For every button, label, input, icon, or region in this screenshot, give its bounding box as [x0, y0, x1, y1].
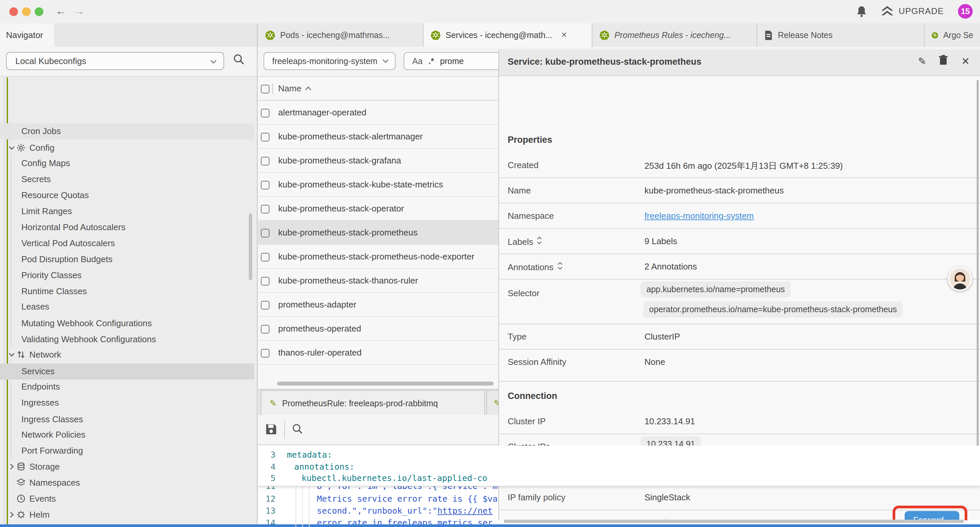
- minimize-window-button[interactable]: [22, 7, 31, 16]
- chevron-right-icon[interactable]: [9, 512, 15, 517]
- tab-prometheus-rules-label: Prometheus Rules - icecheng...: [614, 30, 731, 40]
- kubernetes-icon: [265, 30, 275, 40]
- titlebar: ← → UPGRADE 15: [0, 0, 980, 24]
- sidebar-item-runtime-classes[interactable]: Runtime Classes: [0, 283, 254, 299]
- column-header-name[interactable]: Name: [278, 83, 301, 93]
- sidebar-item-network-policies[interactable]: Network Policies: [0, 427, 254, 443]
- chevron-down-icon: [210, 59, 217, 64]
- row-name: kube-prometheus-stack-operator: [278, 204, 404, 213]
- sidebar-item-priority-classes[interactable]: Priority Classes: [0, 267, 254, 283]
- row-checkbox[interactable]: [261, 253, 269, 261]
- sort-ascending-icon[interactable]: [305, 86, 312, 91]
- user-avatar[interactable]: [948, 267, 972, 291]
- sidebar-item-limit-ranges[interactable]: Limit Ranges: [0, 204, 254, 220]
- details-horizontal-scrollbar[interactable]: [504, 520, 964, 523]
- sidebar-item-cron-jobs[interactable]: Cron Jobs: [0, 123, 254, 139]
- sidebar-item-services[interactable]: Services: [0, 363, 254, 380]
- regex-icon[interactable]: .*: [429, 56, 434, 66]
- save-icon[interactable]: [265, 423, 277, 436]
- list-horizontal-scrollbar[interactable]: [277, 382, 494, 385]
- maximize-window-button[interactable]: [35, 7, 43, 16]
- row-checkbox[interactable]: [261, 109, 269, 118]
- tab-pods[interactable]: Pods - icecheng@mathmas...: [258, 23, 424, 47]
- sidebar-item-config-maps[interactable]: Config Maps: [0, 155, 254, 172]
- annotation-highlight-rectangle: [892, 506, 967, 520]
- tab-release-notes[interactable]: Release Notes: [757, 23, 924, 47]
- details-title: Service: kube-prometheus-stack-prometheu…: [508, 57, 702, 67]
- sidebar-item-ingresses[interactable]: Ingresses: [0, 395, 254, 411]
- filter-input[interactable]: Aa .* prome: [404, 52, 501, 70]
- line-text: second.","runbook_url":": [317, 506, 437, 516]
- sidebar-item-validating-webhook-configurations[interactable]: Validating Webhook Configurations: [0, 331, 254, 347]
- upgrade-icon[interactable]: [881, 5, 894, 18]
- sidebar-item-port-forwarding[interactable]: Port Forwarding: [0, 443, 254, 459]
- back-arrow-icon[interactable]: ←: [56, 4, 67, 19]
- line-number: 12: [258, 493, 275, 505]
- sidebar-item-pod-disruption-budgets[interactable]: Pod Disruption Budgets: [0, 252, 254, 267]
- gear-icon: [17, 143, 25, 152]
- row-checkbox[interactable]: [261, 205, 269, 213]
- row-checkbox[interactable]: [261, 277, 269, 285]
- sidebar-item-events[interactable]: Events: [0, 491, 254, 507]
- line-text: Metrics service error rate is {{ $va: [317, 493, 498, 505]
- sidebar-item-leases[interactable]: Leases: [0, 299, 254, 315]
- select-all-checkbox[interactable]: [261, 85, 269, 93]
- row-checkbox[interactable]: [261, 133, 269, 142]
- row-checkbox[interactable]: [261, 349, 269, 358]
- line-number: 13: [258, 505, 275, 517]
- sidebar-item-helm[interactable]: Helm: [0, 507, 254, 523]
- kubeconfig-selector[interactable]: Local Kubeconfigs: [6, 52, 224, 70]
- close-window-button[interactable]: [10, 7, 18, 16]
- notifications-bell-icon[interactable]: [856, 5, 867, 18]
- match-case-icon[interactable]: Aa: [412, 56, 423, 66]
- sidebar-item-secrets[interactable]: Secrets: [0, 172, 254, 188]
- sidebar-item-namespaces[interactable]: Namespaces: [0, 475, 254, 491]
- namespace-dropdown[interactable]: freeleaps-monitoring-system: [264, 52, 396, 70]
- name-label: Name: [508, 185, 531, 196]
- details-header: Service: kube-prometheus-stack-prometheu…: [499, 49, 980, 76]
- editor-search-icon[interactable]: [291, 423, 304, 435]
- row-name: kube-prometheus-stack-kube-state-metrics: [278, 180, 443, 189]
- search-icon[interactable]: [233, 53, 245, 65]
- row-checkbox[interactable]: [261, 325, 269, 334]
- expand-updown-icon[interactable]: [537, 236, 543, 245]
- close-icon[interactable]: ✕: [961, 56, 970, 67]
- sidebar-item-horizontal-pod-autoscalers[interactable]: Horizontal Pod Autoscalers: [0, 220, 254, 236]
- row-checkbox[interactable]: [261, 157, 269, 166]
- tab-argo[interactable]: Argo Se: [924, 23, 980, 47]
- tab-prometheus-rules[interactable]: Prometheus Rules - icecheng...: [592, 23, 757, 47]
- runbook-url-link[interactable]: https://net: [437, 506, 493, 516]
- app-window: ← → UPGRADE 15 Navigator Pods - icecheng…: [0, 0, 980, 527]
- tab-services[interactable]: Services - icecheng@math... ✕: [424, 23, 592, 47]
- type-label: Type: [508, 331, 527, 342]
- chevron-down-icon[interactable]: [9, 352, 15, 358]
- sidebar-item-label: Pod Disruption Budgets: [21, 254, 112, 264]
- row-checkbox[interactable]: [261, 301, 269, 309]
- kubeconfig-selector-value: Local Kubeconfigs: [15, 56, 86, 66]
- sidebar-item-resource-quotas[interactable]: Resource Quotas: [0, 188, 254, 204]
- sidebar-scrollbar[interactable]: [249, 213, 252, 280]
- editor-tab-prometheusrule[interactable]: ✎ PrometheusRule: freeleaps-prod-rabbitm…: [261, 390, 485, 416]
- sidebar-item-mutating-webhook-configurations[interactable]: Mutating Webhook Configurations: [0, 315, 254, 331]
- sidebar-item-config[interactable]: Config: [0, 140, 254, 156]
- forward-arrow-icon[interactable]: →: [73, 4, 85, 19]
- edit-pencil-icon[interactable]: ✎: [918, 56, 926, 67]
- sidebar-item-vertical-pod-autoscalers[interactable]: Vertical Pod Autoscalers: [0, 236, 254, 252]
- sidebar-item-network[interactable]: Network: [0, 347, 254, 363]
- sidebar-item-label: Network Policies: [21, 430, 85, 439]
- tab-close-icon[interactable]: ✕: [561, 31, 567, 39]
- row-checkbox[interactable]: [261, 181, 269, 189]
- expand-updown-icon[interactable]: [557, 261, 563, 270]
- sidebar-item-storage[interactable]: Storage: [0, 459, 254, 475]
- row-checkbox[interactable]: [261, 229, 269, 237]
- delete-trash-icon[interactable]: [939, 55, 948, 65]
- upgrade-label[interactable]: UPGRADE: [899, 6, 944, 16]
- tab-navigator[interactable]: Navigator: [0, 23, 54, 47]
- sidebar-item-ingress-classes[interactable]: Ingress Classes: [0, 412, 254, 428]
- chevron-right-icon[interactable]: [9, 463, 15, 470]
- sidebar-item-endpoints[interactable]: Endpoints: [0, 379, 254, 395]
- notification-count-badge[interactable]: 15: [958, 4, 973, 19]
- details-vertical-scrollbar[interactable]: [977, 80, 978, 454]
- chevron-down-icon[interactable]: [9, 145, 15, 151]
- namespace-link[interactable]: freeleaps-monitoring-system: [644, 211, 754, 221]
